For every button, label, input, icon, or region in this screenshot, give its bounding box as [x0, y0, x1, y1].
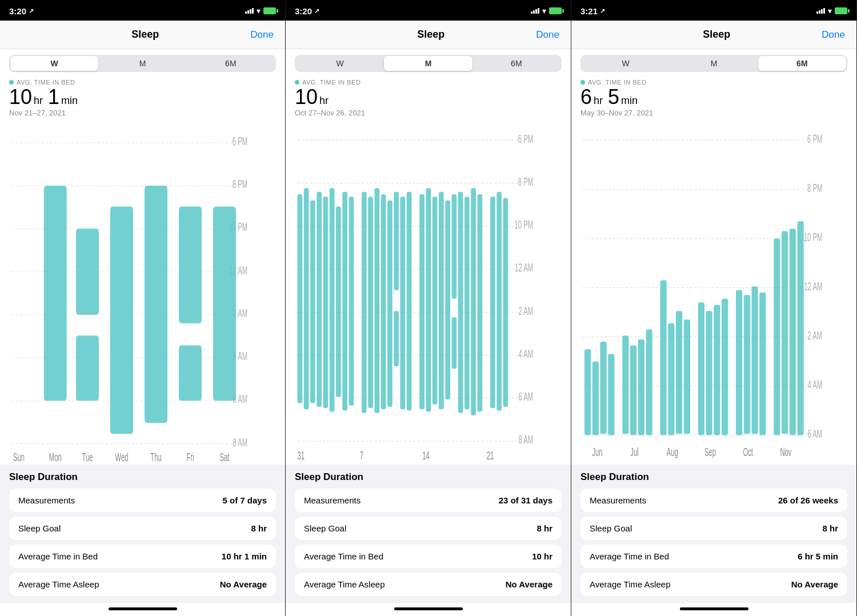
- svg-rect-97: [584, 349, 591, 435]
- svg-rect-65: [419, 194, 425, 409]
- panel-month: 3:20 ↗ ▾ Sleep Done W M 6M AVG. TIME IN …: [286, 0, 571, 616]
- svg-text:6 AM: 6 AM: [808, 428, 823, 440]
- signal-icon-2: [531, 8, 539, 14]
- svg-rect-105: [660, 281, 667, 435]
- status-icons-3: ▾: [816, 6, 847, 15]
- svg-rect-75: [478, 194, 483, 412]
- svg-rect-49: [310, 201, 315, 403]
- segment-week-1[interactable]: W: [10, 56, 98, 71]
- svg-text:Jul: Jul: [630, 446, 638, 458]
- wifi-icon-2: ▾: [542, 6, 546, 15]
- panel-week: 3:20 ↗ ▾ Sleep Done W M 6M AVG. TIME IN …: [0, 0, 286, 616]
- svg-rect-70: [452, 194, 457, 299]
- stats-area-1: AVG. TIME IN BED 10 hr 1 min Nov 21–27, …: [0, 77, 285, 121]
- svg-rect-57: [368, 197, 373, 408]
- svg-rect-111: [714, 305, 720, 435]
- nav-title-2: Sleep: [417, 29, 444, 41]
- status-time-1: 3:20 ↗: [9, 6, 34, 16]
- svg-rect-19: [110, 207, 133, 434]
- segment-6m-3[interactable]: 6M: [758, 56, 846, 71]
- svg-text:10 PM: 10 PM: [515, 219, 533, 231]
- segment-control-2: W M 6M: [295, 55, 562, 72]
- segment-month-3[interactable]: M: [670, 56, 758, 71]
- svg-rect-113: [736, 290, 742, 435]
- avg-dot-2: [295, 80, 299, 85]
- svg-rect-116: [759, 293, 766, 435]
- svg-rect-47: [298, 194, 303, 403]
- sleep-duration-title-2: Sleep Duration: [295, 471, 562, 483]
- svg-rect-54: [342, 192, 347, 411]
- stat-card-measurements-3: Measurements 26 of 26 weeks: [580, 489, 847, 512]
- date-range-3: May 30–Nov 27, 2021: [580, 109, 847, 117]
- svg-rect-48: [304, 188, 309, 409]
- svg-text:Tue: Tue: [82, 451, 93, 463]
- svg-text:Fri: Fri: [186, 451, 194, 463]
- svg-rect-76: [490, 197, 495, 408]
- big-stat-3: 6 hr 5 min: [580, 87, 847, 107]
- svg-rect-109: [698, 302, 704, 435]
- status-icons-2: ▾: [531, 6, 562, 15]
- svg-text:12 AM: 12 AM: [804, 281, 822, 293]
- svg-rect-117: [774, 238, 780, 435]
- svg-rect-112: [722, 299, 728, 435]
- svg-rect-53: [336, 207, 341, 397]
- svg-rect-108: [684, 319, 690, 434]
- chart-svg-1: 6 PM 8 PM 10 PM 12 AM 2 AM 4 AM 6 AM 8 A…: [5, 121, 276, 465]
- svg-text:Oct: Oct: [743, 446, 754, 458]
- status-bar-2: 3:20 ↗ ▾: [286, 0, 571, 21]
- svg-rect-18: [76, 335, 99, 401]
- svg-text:8 AM: 8 AM: [233, 437, 247, 449]
- avg-label-3: AVG. TIME IN BED: [580, 79, 847, 86]
- sleep-duration-title-3: Sleep Duration: [580, 471, 847, 483]
- svg-text:4 AM: 4 AM: [518, 348, 533, 360]
- svg-text:8 PM: 8 PM: [807, 182, 822, 194]
- wifi-icon-3: ▾: [828, 6, 832, 15]
- home-indicator-3: [571, 603, 856, 616]
- svg-rect-78: [503, 198, 508, 407]
- svg-text:6 PM: 6 PM: [807, 133, 822, 145]
- svg-text:8 PM: 8 PM: [233, 178, 247, 190]
- segment-week-3[interactable]: W: [582, 56, 670, 71]
- home-bar-2: [394, 607, 463, 610]
- avg-dot-3: [580, 80, 585, 85]
- svg-rect-64: [407, 192, 412, 411]
- stat-card-timeinbed-2: Average Time in Bed 10 hr: [295, 545, 562, 568]
- svg-rect-21: [179, 207, 202, 323]
- segment-week-2[interactable]: W: [296, 56, 384, 71]
- svg-text:8 PM: 8 PM: [518, 176, 533, 188]
- sleep-duration-2: Sleep Duration Measurements 23 of 31 day…: [286, 465, 571, 603]
- nav-bar-1: Sleep Done: [0, 21, 285, 49]
- segment-month-1[interactable]: M: [98, 56, 186, 71]
- chart-area-3: 6 PM 8 PM 10 PM 12 AM 2 AM 4 AM 6 AM: [571, 121, 856, 465]
- status-time-3: 3:21 ↗: [580, 6, 605, 16]
- svg-rect-119: [790, 229, 796, 435]
- stat-card-timeasleep-1: Average Time Asleep No Average: [9, 573, 276, 596]
- svg-rect-104: [646, 330, 652, 435]
- svg-rect-110: [706, 311, 712, 435]
- svg-rect-72: [458, 192, 463, 413]
- nav-title-3: Sleep: [703, 29, 730, 41]
- segment-month-2[interactable]: M: [384, 56, 472, 71]
- date-range-1: Nov 21–27, 2021: [9, 109, 276, 117]
- nav-bar-3: Sleep Done: [571, 21, 856, 49]
- svg-rect-114: [744, 295, 750, 434]
- svg-text:31: 31: [297, 450, 305, 462]
- battery-icon-1: [263, 7, 276, 14]
- svg-rect-69: [445, 201, 450, 399]
- stat-card-measurements-2: Measurements 23 of 31 days: [295, 489, 562, 512]
- svg-rect-77: [496, 192, 502, 411]
- segment-6m-2[interactable]: 6M: [472, 56, 560, 71]
- segment-6m-1[interactable]: 6M: [187, 56, 275, 71]
- battery-icon-3: [835, 7, 847, 14]
- status-bar-3: 3:21 ↗ ▾: [571, 0, 856, 21]
- svg-text:Wed: Wed: [115, 451, 129, 463]
- svg-rect-56: [362, 192, 367, 413]
- done-button-3[interactable]: Done: [822, 29, 845, 41]
- signal-icon-3: [816, 8, 825, 14]
- svg-rect-67: [432, 197, 438, 404]
- svg-text:Sat: Sat: [220, 451, 230, 463]
- done-button-2[interactable]: Done: [536, 29, 559, 41]
- done-button-1[interactable]: Done: [250, 29, 274, 41]
- svg-rect-73: [464, 197, 470, 409]
- stat-card-timeasleep-3: Average Time Asleep No Average: [580, 573, 847, 596]
